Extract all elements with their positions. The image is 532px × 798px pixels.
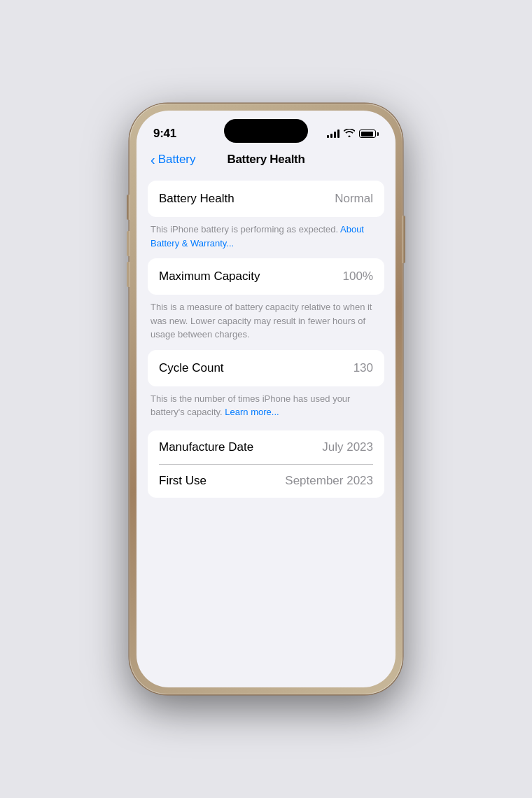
dynamic-island — [224, 119, 308, 143]
battery-health-description: This iPhone battery is performing as exp… — [148, 223, 384, 258]
dates-card: Manufacture Date July 2023 First Use Sep… — [148, 430, 384, 498]
cycle-count-label: Cycle Count — [159, 361, 224, 375]
battery-health-row: Battery Health Normal — [159, 192, 373, 206]
first-use-label: First Use — [159, 474, 206, 488]
manufacture-date-label: Manufacture Date — [159, 440, 253, 454]
learn-more-link[interactable]: Learn more... — [225, 407, 279, 417]
nav-bar: ‹ Battery Battery Health — [136, 147, 396, 175]
status-bar: 9:41 — [136, 111, 396, 147]
phone-screen: 9:41 — [136, 111, 396, 687]
first-use-value: September 2023 — [285, 474, 373, 488]
cycle-count-row: Cycle Count 130 — [159, 361, 373, 375]
cycle-count-card: Cycle Count 130 — [148, 350, 384, 386]
battery-status-icon — [359, 130, 379, 138]
cycle-count-description: This is the number of times iPhone has u… — [148, 392, 384, 430]
chevron-left-icon: ‹ — [150, 152, 155, 168]
max-capacity-label: Maximum Capacity — [159, 270, 260, 284]
wifi-icon — [344, 129, 355, 139]
max-capacity-card: Maximum Capacity 100% — [148, 258, 384, 295]
max-capacity-desc-text: This is a measure of battery capacity re… — [150, 302, 372, 340]
status-time: 9:41 — [153, 127, 176, 141]
back-button[interactable]: ‹ Battery — [150, 152, 196, 168]
max-capacity-value: 100% — [343, 270, 373, 284]
battery-health-value: Normal — [335, 192, 373, 206]
battery-health-card: Battery Health Normal — [148, 181, 384, 217]
back-label: Battery — [158, 153, 196, 167]
first-use-row: First Use September 2023 — [148, 464, 384, 498]
max-capacity-row: Maximum Capacity 100% — [159, 270, 373, 284]
max-capacity-description: This is a measure of battery capacity re… — [148, 300, 384, 350]
battery-health-desc-text: This iPhone battery is performing as exp… — [150, 224, 364, 248]
signal-icon — [327, 130, 340, 138]
battery-health-label: Battery Health — [159, 192, 234, 206]
phone-frame: 9:41 — [130, 104, 402, 694]
manufacture-date-row: Manufacture Date July 2023 — [148, 430, 384, 464]
page-title: Battery Health — [227, 153, 304, 167]
status-icons — [327, 129, 379, 139]
cycle-count-value: 130 — [354, 361, 373, 375]
content-area: Battery Health Normal This iPhone batter… — [136, 175, 396, 687]
manufacture-date-value: July 2023 — [322, 440, 373, 454]
cycle-count-desc-text: This is the number of times iPhone has u… — [150, 393, 350, 418]
